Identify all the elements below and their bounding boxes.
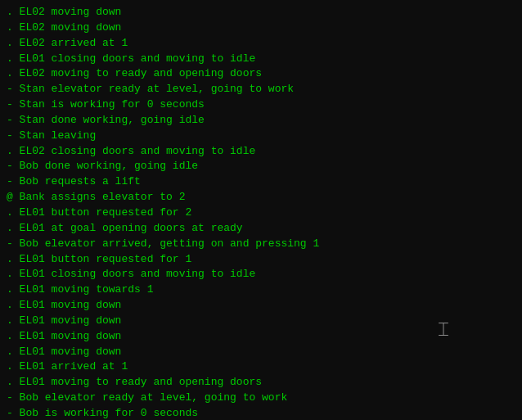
- terminal-line: . EL02 moving down: [7, 5, 515, 20]
- terminal-line: . EL01 button requested for 2: [7, 205, 515, 221]
- terminal-line: - Stan elevator ready at level, going to…: [7, 82, 515, 97]
- terminal-line: . EL01 button requested for 1: [7, 252, 515, 268]
- terminal-line: - Stan done working, going idle: [7, 113, 515, 129]
- terminal-line: . EL01 closing doors and moving to idle: [7, 52, 515, 67]
- terminal-line: - Bob elevator ready at level, going to …: [7, 391, 515, 406]
- terminal-line: . EL01 moving towards 1: [7, 282, 515, 298]
- terminal-line: . EL02 arrived at 1: [7, 36, 515, 52]
- terminal-line: . EL02 moving down: [7, 20, 515, 36]
- terminal: . EL02 moving down. EL02 moving down. EL…: [0, 0, 522, 420]
- terminal-line: . EL01 moving down: [7, 345, 515, 360]
- terminal-line: - Bob requests a lift: [7, 174, 515, 190]
- terminal-line: . EL02 closing doors and moving to idle: [7, 144, 515, 160]
- terminal-line: @ Bank assigns elevator to 2: [7, 190, 515, 205]
- terminal-line: - Stan leaving: [7, 129, 515, 144]
- text-cursor-icon: ⌶: [439, 319, 448, 338]
- terminal-line: . EL02 moving to ready and opening doors: [7, 66, 515, 82]
- terminal-line: - Bob done working, going idle: [7, 159, 515, 174]
- terminal-line: - Stan is working for 0 seconds: [7, 97, 515, 113]
- terminal-line: . EL01 moving down: [7, 298, 515, 314]
- terminal-line: - Bob is working for 0 seconds: [7, 406, 515, 420]
- terminal-line: . EL01 closing doors and moving to idle: [7, 267, 515, 282]
- terminal-line: - Bob elevator arrived, getting on and p…: [7, 237, 515, 252]
- terminal-line: . EL01 arrived at 1: [7, 359, 515, 375]
- terminal-line: . EL01 at goal opening doors at ready: [7, 221, 515, 237]
- terminal-line: . EL01 moving to ready and opening doors: [7, 375, 515, 391]
- terminal-output: . EL02 moving down. EL02 moving down. EL…: [7, 5, 515, 420]
